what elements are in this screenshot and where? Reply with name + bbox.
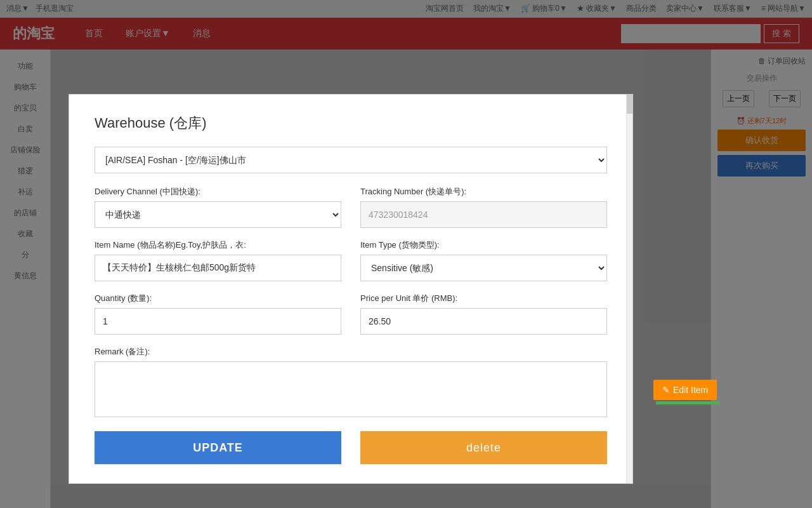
delivery-channel-label: Delivery Channel (中国快递): [95, 186, 341, 197]
item-type-select[interactable]: Sensitive (敏感) Normal (普通) Liquid (液体) [360, 255, 607, 281]
modal-title: Warehouse (仓库) [95, 114, 607, 133]
progress-bar [656, 401, 719, 404]
tracking-number-input[interactable] [360, 201, 607, 228]
form-row-1: Delivery Channel (中国快递): 中通快递 申通快递 顺丰快递 … [95, 186, 607, 228]
item-type-group: Item Type (货物类型): Sensitive (敏感) Normal … [360, 239, 607, 281]
tracking-number-group: Tracking Number (快递单号): [360, 186, 607, 228]
quantity-input[interactable] [95, 308, 341, 335]
update-button[interactable]: UPDATE [95, 431, 341, 464]
item-type-label: Item Type (货物类型): [360, 239, 607, 251]
scrollbar-thumb [627, 95, 633, 114]
delivery-channel-select[interactable]: 中通快递 申通快递 顺丰快递 [95, 201, 341, 228]
warehouse-modal: Warehouse (仓库) [AIR/SEA] Foshan - [空/海运]… [69, 94, 633, 484]
form-row-2: Item Name (物品名称)Eg.Toy,护肤品，衣: Item Type … [95, 239, 607, 281]
item-name-label: Item Name (物品名称)Eg.Toy,护肤品，衣: [95, 239, 341, 251]
delivery-channel-group: Delivery Channel (中国快递): 中通快递 申通快递 顺丰快递 [95, 186, 341, 228]
item-name-input[interactable] [95, 255, 341, 281]
price-label: Price per Unit 单价 (RMB): [360, 293, 607, 304]
edit-item-button[interactable]: ✎ Edit Item [653, 380, 717, 400]
pencil-icon: ✎ [662, 385, 670, 395]
modal-buttons: UPDATE delete [95, 431, 607, 464]
quantity-label: Quantity (数量): [95, 293, 341, 304]
modal-scrollbar[interactable] [626, 95, 632, 483]
quantity-group: Quantity (数量): [95, 293, 341, 335]
price-group: Price per Unit 单价 (RMB): [360, 293, 607, 335]
delete-button[interactable]: delete [360, 431, 607, 464]
remark-textarea[interactable] [95, 361, 607, 417]
warehouse-select-group: [AIR/SEA] Foshan - [空/海运]佛山市 [95, 147, 607, 173]
item-name-group: Item Name (物品名称)Eg.Toy,护肤品，衣: [95, 239, 341, 281]
form-row-3: Quantity (数量): Price per Unit 单价 (RMB): [95, 293, 607, 335]
remark-group: Remark (备注): [95, 346, 607, 417]
tracking-number-label: Tracking Number (快递单号): [360, 186, 607, 197]
warehouse-select[interactable]: [AIR/SEA] Foshan - [空/海运]佛山市 [95, 147, 607, 173]
remark-label: Remark (备注): [95, 346, 607, 358]
price-input[interactable] [360, 308, 607, 335]
